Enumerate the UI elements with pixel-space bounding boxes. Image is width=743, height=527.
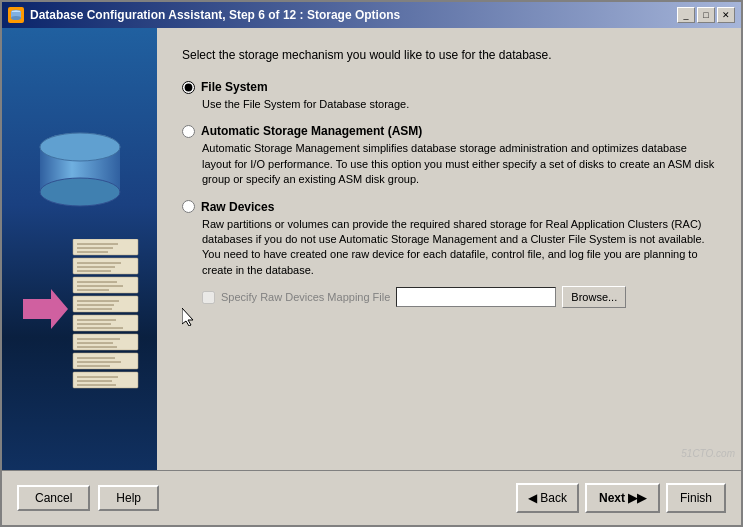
arrow-decoration <box>23 289 68 332</box>
raw-devices-extra: Specify Raw Devices Mapping File Browse.… <box>202 286 716 308</box>
help-button[interactable]: Help <box>98 485 159 511</box>
left-panel <box>2 28 157 470</box>
svg-rect-12 <box>73 258 138 274</box>
svg-marker-40 <box>182 308 193 326</box>
title-bar-left: Database Configuration Assistant, Step 6… <box>8 7 400 23</box>
asm-desc: Automatic Storage Management simplifies … <box>202 141 716 187</box>
back-button[interactable]: ◀ Back <box>516 483 579 513</box>
content-area: Select the storage mechanism you would l… <box>2 28 741 470</box>
raw-mapping-checkbox[interactable] <box>202 291 215 304</box>
footer: Cancel Help ◀ Back Next ▶▶ Finish <box>2 470 741 525</box>
next-button[interactable]: Next ▶▶ <box>585 483 660 513</box>
back-label: Back <box>540 491 567 505</box>
file-system-desc: Use the File System for Database storage… <box>202 97 716 112</box>
back-arrow-icon: ◀ <box>528 491 537 505</box>
cursor-area <box>182 308 716 328</box>
browse-button[interactable]: Browse... <box>562 286 626 308</box>
svg-rect-36 <box>73 372 138 388</box>
app-icon <box>8 7 24 23</box>
file-system-option: File System Use the File System for Data… <box>182 80 716 112</box>
svg-point-5 <box>40 178 120 206</box>
documents-stack <box>68 239 143 399</box>
raw-devices-desc: Raw partitions or volumes can provide th… <box>202 217 716 279</box>
raw-mapping-label: Specify Raw Devices Mapping File <box>221 291 390 303</box>
svg-rect-8 <box>73 239 138 255</box>
next-arrow-icon: ▶▶ <box>628 491 646 505</box>
intro-text: Select the storage mechanism you would l… <box>182 48 716 62</box>
database-illustration <box>15 109 145 389</box>
raw-mapping-input[interactable] <box>396 287 556 307</box>
cancel-button[interactable]: Cancel <box>17 485 90 511</box>
file-system-label[interactable]: File System <box>182 80 716 94</box>
cylinder-svg <box>30 129 130 219</box>
maximize-button[interactable]: □ <box>697 7 715 23</box>
svg-rect-28 <box>73 334 138 350</box>
svg-point-2 <box>11 16 21 20</box>
svg-rect-16 <box>73 277 138 293</box>
file-system-radio[interactable] <box>182 81 195 94</box>
raw-devices-option: Raw Devices Raw partitions or volumes ca… <box>182 200 716 309</box>
title-controls: _ □ ✕ <box>677 7 735 23</box>
asm-option: Automatic Storage Management (ASM) Autom… <box>182 124 716 187</box>
file-system-label-text: File System <box>201 80 268 94</box>
svg-marker-7 <box>23 289 68 329</box>
right-panel: Select the storage mechanism you would l… <box>157 28 741 470</box>
minimize-button[interactable]: _ <box>677 7 695 23</box>
storage-options: File System Use the File System for Data… <box>182 80 716 308</box>
svg-rect-32 <box>73 353 138 369</box>
asm-radio[interactable] <box>182 125 195 138</box>
mouse-cursor <box>182 308 194 326</box>
asm-label-text: Automatic Storage Management (ASM) <box>201 124 422 138</box>
next-label: Next <box>599 491 625 505</box>
raw-devices-label-text: Raw Devices <box>201 200 274 214</box>
footer-right-buttons: ◀ Back Next ▶▶ Finish <box>516 483 726 513</box>
main-window: Database Configuration Assistant, Step 6… <box>0 0 743 527</box>
close-button[interactable]: ✕ <box>717 7 735 23</box>
svg-point-6 <box>40 133 120 161</box>
footer-left-buttons: Cancel Help <box>17 485 159 511</box>
window-title: Database Configuration Assistant, Step 6… <box>30 8 400 22</box>
finish-button[interactable]: Finish <box>666 483 726 513</box>
raw-devices-label[interactable]: Raw Devices <box>182 200 716 214</box>
asm-label[interactable]: Automatic Storage Management (ASM) <box>182 124 716 138</box>
svg-rect-20 <box>73 296 138 312</box>
raw-devices-radio[interactable] <box>182 200 195 213</box>
svg-rect-24 <box>73 315 138 331</box>
title-bar: Database Configuration Assistant, Step 6… <box>2 2 741 28</box>
